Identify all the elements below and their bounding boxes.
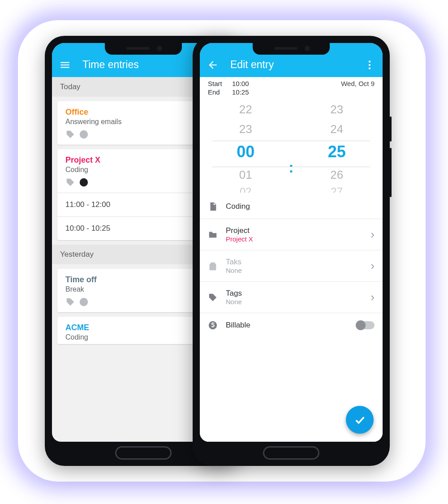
svg-point-7 [369,64,370,66]
end-label: End [208,88,232,96]
page-title: Edit entry [230,59,274,71]
svg-point-4 [68,299,69,301]
task-value: None [226,267,370,274]
dollar-icon [79,177,89,187]
start-value: 10:00 [232,80,249,87]
project-value: Project X [226,235,370,243]
svg-point-1 [80,130,88,138]
home-button[interactable] [263,446,319,460]
svg-point-5 [80,298,88,306]
hours-wheel[interactable]: 22 23 00 01 02 [227,99,264,193]
chevron-right-icon: › [370,290,375,304]
end-value: 10:25 [232,88,249,96]
hamburger-icon[interactable] [59,59,71,71]
description-value: Coding [226,202,375,211]
start-label: Start [208,80,232,87]
tags-row[interactable]: Tags None › [200,281,383,313]
svg-point-8 [369,67,370,69]
home-button[interactable] [115,446,172,460]
tags-label: Tags [226,289,370,298]
entry-date: Wed, Oct 9 [341,80,375,87]
folder-icon [208,230,226,240]
svg-point-3 [80,178,88,186]
tag-icon [65,297,75,307]
description-row[interactable]: Coding [200,194,383,219]
save-fab[interactable] [346,406,374,434]
phone-edit-entry: Edit entry Start 10:00 Wed, Oct 9 End 10… [193,36,390,466]
dollar-icon [208,320,226,330]
svg-point-2 [68,180,69,181]
time-colon: : [289,159,293,176]
start-time-row[interactable]: Start 10:00 Wed, Oct 9 [200,77,383,88]
project-label: Project [226,226,370,235]
note-icon [208,202,226,211]
billable-label: Billable [226,321,357,330]
more-vert-icon[interactable] [364,59,375,71]
clipboard-icon [208,261,226,271]
chevron-right-icon: › [370,259,375,273]
tag-icon [208,293,226,302]
page-title: Time entries [82,59,139,71]
task-row[interactable]: Taks None › [200,250,383,281]
svg-point-0 [68,132,69,133]
end-time-row[interactable]: End 10:25 [200,88,383,99]
minutes-wheel[interactable]: 23 24 25 26 27 [318,99,356,193]
svg-point-9 [209,321,217,329]
tags-value: None [226,298,370,306]
task-label: Taks [226,258,370,267]
project-row[interactable]: Project Project X › [200,219,383,250]
tag-icon [65,177,75,187]
billable-toggle[interactable] [357,321,375,329]
chevron-right-icon: › [370,228,375,241]
dollar-icon [79,297,89,307]
tag-icon [65,129,75,139]
time-wheel-picker[interactable]: 22 23 00 01 02 : 23 24 25 26 27 [200,99,383,194]
check-icon [353,414,366,426]
svg-point-6 [369,60,370,62]
billable-row[interactable]: Billable [200,313,383,337]
back-arrow-icon[interactable] [207,59,219,71]
dollar-icon [79,129,89,139]
